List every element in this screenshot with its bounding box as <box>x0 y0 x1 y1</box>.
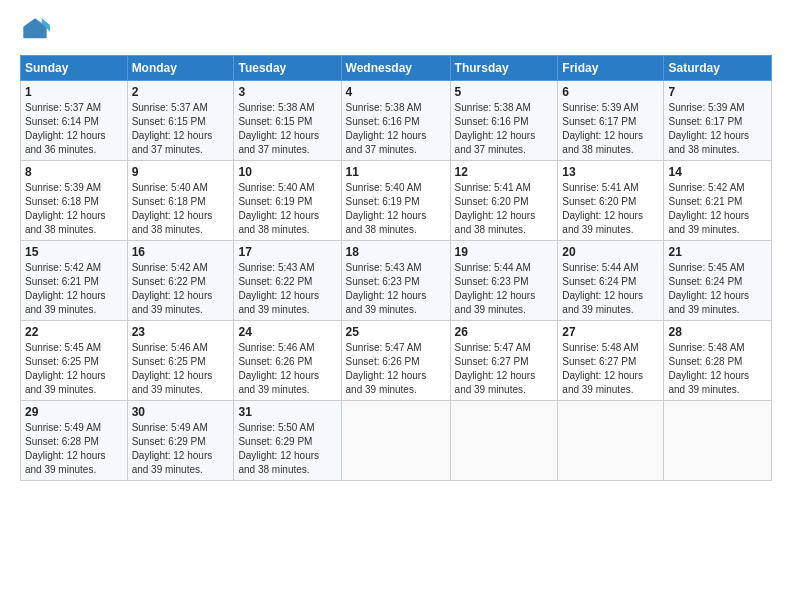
day-number: 25 <box>346 324 446 341</box>
calendar-cell: 7Sunrise: 5:39 AMSunset: 6:17 PMDaylight… <box>664 81 772 161</box>
calendar-cell: 2Sunrise: 5:37 AMSunset: 6:15 PMDaylight… <box>127 81 234 161</box>
calendar-cell: 14Sunrise: 5:42 AMSunset: 6:21 PMDayligh… <box>664 161 772 241</box>
calendar-cell: 4Sunrise: 5:38 AMSunset: 6:16 PMDaylight… <box>341 81 450 161</box>
calendar-week-row: 8Sunrise: 5:39 AMSunset: 6:18 PMDaylight… <box>21 161 772 241</box>
calendar-week-row: 15Sunrise: 5:42 AMSunset: 6:21 PMDayligh… <box>21 241 772 321</box>
calendar-cell: 27Sunrise: 5:48 AMSunset: 6:27 PMDayligh… <box>558 321 664 401</box>
weekday-header: Wednesday <box>341 56 450 81</box>
calendar-cell: 30Sunrise: 5:49 AMSunset: 6:29 PMDayligh… <box>127 401 234 481</box>
calendar-cell <box>450 401 558 481</box>
calendar-cell: 9Sunrise: 5:40 AMSunset: 6:18 PMDaylight… <box>127 161 234 241</box>
day-number: 21 <box>668 244 767 261</box>
day-number: 4 <box>346 84 446 101</box>
weekday-header: Monday <box>127 56 234 81</box>
day-number: 31 <box>238 404 336 421</box>
day-number: 7 <box>668 84 767 101</box>
calendar-cell: 3Sunrise: 5:38 AMSunset: 6:15 PMDaylight… <box>234 81 341 161</box>
calendar-cell: 24Sunrise: 5:46 AMSunset: 6:26 PMDayligh… <box>234 321 341 401</box>
weekday-header: Sunday <box>21 56 128 81</box>
day-number: 28 <box>668 324 767 341</box>
calendar-cell: 17Sunrise: 5:43 AMSunset: 6:22 PMDayligh… <box>234 241 341 321</box>
weekday-header: Thursday <box>450 56 558 81</box>
calendar-cell <box>558 401 664 481</box>
calendar-cell: 16Sunrise: 5:42 AMSunset: 6:22 PMDayligh… <box>127 241 234 321</box>
page: SundayMondayTuesdayWednesdayThursdayFrid… <box>0 0 792 612</box>
day-number: 19 <box>455 244 554 261</box>
day-number: 22 <box>25 324 123 341</box>
calendar-cell: 12Sunrise: 5:41 AMSunset: 6:20 PMDayligh… <box>450 161 558 241</box>
weekday-header: Tuesday <box>234 56 341 81</box>
day-number: 1 <box>25 84 123 101</box>
day-number: 11 <box>346 164 446 181</box>
day-number: 26 <box>455 324 554 341</box>
day-number: 15 <box>25 244 123 261</box>
weekday-header: Friday <box>558 56 664 81</box>
day-number: 17 <box>238 244 336 261</box>
calendar-cell: 19Sunrise: 5:44 AMSunset: 6:23 PMDayligh… <box>450 241 558 321</box>
calendar-week-row: 22Sunrise: 5:45 AMSunset: 6:25 PMDayligh… <box>21 321 772 401</box>
calendar-table: SundayMondayTuesdayWednesdayThursdayFrid… <box>20 55 772 481</box>
header <box>20 15 772 45</box>
calendar-cell: 25Sunrise: 5:47 AMSunset: 6:26 PMDayligh… <box>341 321 450 401</box>
day-number: 16 <box>132 244 230 261</box>
day-number: 9 <box>132 164 230 181</box>
calendar-cell: 21Sunrise: 5:45 AMSunset: 6:24 PMDayligh… <box>664 241 772 321</box>
calendar-cell: 10Sunrise: 5:40 AMSunset: 6:19 PMDayligh… <box>234 161 341 241</box>
day-number: 27 <box>562 324 659 341</box>
calendar-cell: 26Sunrise: 5:47 AMSunset: 6:27 PMDayligh… <box>450 321 558 401</box>
day-number: 20 <box>562 244 659 261</box>
calendar-cell: 6Sunrise: 5:39 AMSunset: 6:17 PMDaylight… <box>558 81 664 161</box>
calendar-cell: 5Sunrise: 5:38 AMSunset: 6:16 PMDaylight… <box>450 81 558 161</box>
calendar-cell: 11Sunrise: 5:40 AMSunset: 6:19 PMDayligh… <box>341 161 450 241</box>
weekday-header: Saturday <box>664 56 772 81</box>
day-number: 13 <box>562 164 659 181</box>
day-number: 8 <box>25 164 123 181</box>
calendar-cell <box>341 401 450 481</box>
calendar-cell: 18Sunrise: 5:43 AMSunset: 6:23 PMDayligh… <box>341 241 450 321</box>
calendar-cell: 31Sunrise: 5:50 AMSunset: 6:29 PMDayligh… <box>234 401 341 481</box>
calendar-cell: 1Sunrise: 5:37 AMSunset: 6:14 PMDaylight… <box>21 81 128 161</box>
day-number: 3 <box>238 84 336 101</box>
calendar-cell <box>664 401 772 481</box>
day-number: 23 <box>132 324 230 341</box>
calendar-cell: 22Sunrise: 5:45 AMSunset: 6:25 PMDayligh… <box>21 321 128 401</box>
day-number: 18 <box>346 244 446 261</box>
calendar-week-row: 1Sunrise: 5:37 AMSunset: 6:14 PMDaylight… <box>21 81 772 161</box>
logo-icon <box>20 15 50 45</box>
day-number: 5 <box>455 84 554 101</box>
day-number: 30 <box>132 404 230 421</box>
calendar-week-row: 29Sunrise: 5:49 AMSunset: 6:28 PMDayligh… <box>21 401 772 481</box>
calendar-cell: 20Sunrise: 5:44 AMSunset: 6:24 PMDayligh… <box>558 241 664 321</box>
calendar-cell: 29Sunrise: 5:49 AMSunset: 6:28 PMDayligh… <box>21 401 128 481</box>
day-number: 14 <box>668 164 767 181</box>
day-number: 6 <box>562 84 659 101</box>
calendar-cell: 28Sunrise: 5:48 AMSunset: 6:28 PMDayligh… <box>664 321 772 401</box>
day-number: 10 <box>238 164 336 181</box>
day-number: 2 <box>132 84 230 101</box>
calendar-cell: 15Sunrise: 5:42 AMSunset: 6:21 PMDayligh… <box>21 241 128 321</box>
calendar-cell: 8Sunrise: 5:39 AMSunset: 6:18 PMDaylight… <box>21 161 128 241</box>
day-number: 29 <box>25 404 123 421</box>
calendar-cell: 13Sunrise: 5:41 AMSunset: 6:20 PMDayligh… <box>558 161 664 241</box>
day-number: 12 <box>455 164 554 181</box>
day-number: 24 <box>238 324 336 341</box>
logo <box>20 15 54 45</box>
calendar-cell: 23Sunrise: 5:46 AMSunset: 6:25 PMDayligh… <box>127 321 234 401</box>
calendar-header-row: SundayMondayTuesdayWednesdayThursdayFrid… <box>21 56 772 81</box>
